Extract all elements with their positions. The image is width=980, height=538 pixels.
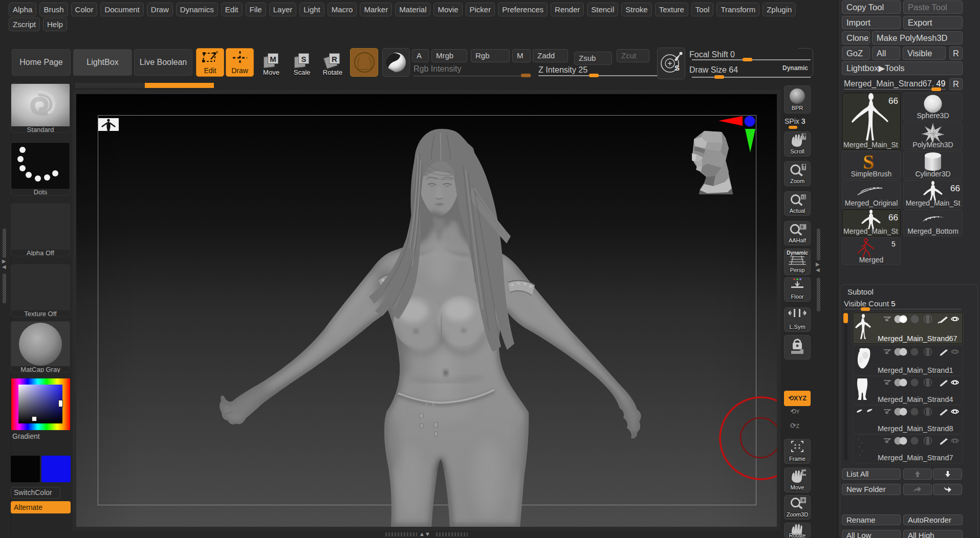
svg-text:S: S: [674, 63, 680, 72]
svg-text:5: 5: [891, 240, 896, 248]
svg-text:S: S: [863, 151, 874, 172]
svg-text:x1: x1: [801, 195, 806, 200]
